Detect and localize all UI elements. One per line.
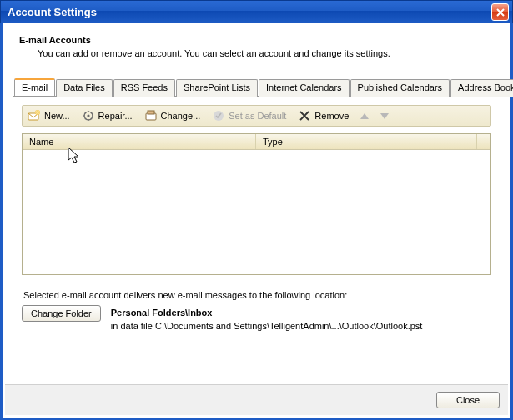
new-icon	[28, 109, 41, 122]
tab-data-files[interactable]: Data Files	[56, 79, 113, 97]
column-name[interactable]: Name	[23, 134, 256, 149]
tab-strip: E-mail Data Files RSS Feeds SharePoint L…	[13, 78, 500, 97]
page-title: E-mail Accounts	[19, 35, 500, 45]
window-body: E-mail Accounts You can add or remove an…	[0, 23, 513, 420]
close-button[interactable]: Close	[436, 392, 500, 408]
tab-address-books[interactable]: Address Books	[450, 79, 513, 97]
remove-button[interactable]: Remove	[298, 109, 349, 122]
tab-email[interactable]: E-mail	[14, 78, 55, 96]
svg-point-3	[87, 114, 89, 117]
change-button-label: Change...	[161, 111, 201, 121]
move-up-button	[360, 113, 369, 119]
table-header: Name Type	[23, 134, 490, 150]
repair-button-label: Repair...	[98, 111, 133, 121]
tab-rss-feeds[interactable]: RSS Feeds	[113, 79, 175, 97]
repair-icon	[82, 109, 95, 122]
accounts-table[interactable]: Name Type	[22, 133, 491, 275]
dialog-footer: Close	[5, 384, 508, 415]
svg-rect-5	[148, 111, 154, 114]
column-spacer	[477, 134, 490, 149]
tab-published-calendars[interactable]: Published Calendars	[350, 79, 450, 97]
new-button-label: New...	[44, 111, 70, 121]
set-default-label: Set as Default	[229, 111, 286, 121]
column-type[interactable]: Type	[256, 134, 477, 149]
window-close-button[interactable]	[491, 3, 509, 21]
titlebar: Account Settings	[0, 0, 513, 23]
window-title: Account Settings	[8, 6, 491, 18]
new-button[interactable]: New...	[28, 109, 70, 122]
close-icon	[496, 8, 505, 17]
move-down-button	[380, 113, 389, 119]
set-default-button: Set as Default	[212, 109, 286, 122]
change-folder-button[interactable]: Change Folder	[22, 305, 101, 322]
tab-panel-email: New... Repair... Change...	[13, 97, 500, 343]
delivery-description: Selected e-mail account delivers new e-m…	[23, 290, 490, 300]
tab-internet-calendars[interactable]: Internet Calendars	[259, 79, 350, 97]
change-button[interactable]: Change...	[144, 109, 201, 122]
arrow-up-icon	[360, 113, 369, 119]
delivery-folder: Personal Folders\Inbox	[111, 308, 423, 318]
arrow-down-icon	[380, 113, 389, 119]
remove-icon	[298, 109, 311, 122]
remove-button-label: Remove	[314, 111, 349, 121]
delivery-path: in data file C:\Documents and Settings\T…	[111, 321, 423, 331]
repair-button[interactable]: Repair...	[82, 109, 133, 122]
toolbar: New... Repair... Change...	[22, 105, 491, 127]
change-icon	[144, 109, 158, 122]
tab-sharepoint-lists[interactable]: SharePoint Lists	[176, 79, 258, 97]
check-circle-icon	[212, 109, 225, 122]
page-subtitle: You can add or remove an account. You ca…	[38, 48, 500, 58]
